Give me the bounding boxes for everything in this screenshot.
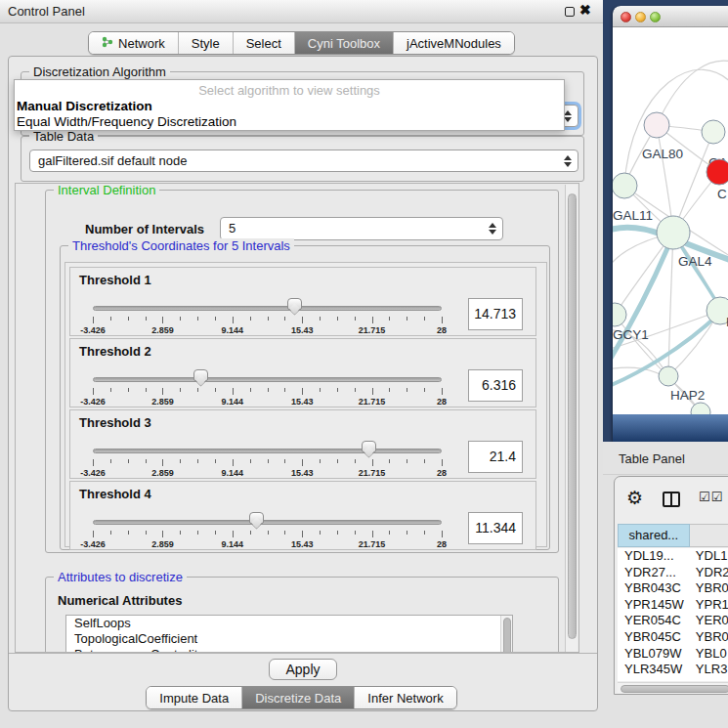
slider-track[interactable] (93, 520, 442, 525)
table-row[interactable]: YBR045CYBR0 (618, 629, 728, 646)
table-row[interactable]: YPR145WYPR1 (618, 597, 728, 614)
tick-mark (372, 317, 373, 323)
panel-title: Control Panel (8, 4, 85, 19)
discretization-algorithm-title: Discretization Algorithm (29, 64, 170, 79)
slider-track[interactable] (93, 306, 442, 311)
tab-cyni-toolbox[interactable]: Cyni Toolbox (295, 32, 394, 54)
network-view-window: GAL80GACGAL11GAL4GCY1HHAP2 (613, 6, 728, 442)
tick-mark (162, 317, 163, 323)
table-row[interactable]: YER054CYER0 (618, 613, 728, 629)
split-columns-icon[interactable] (663, 492, 680, 507)
tick-mark (302, 388, 303, 395)
algorithm-option-manual[interactable]: Manual Discretization (17, 99, 152, 113)
tick-label: -3.426 (80, 539, 106, 549)
algorithm-option-equal-width[interactable]: Equal Width/Frequency Discretization (17, 114, 236, 129)
tick-label: 28 (437, 325, 447, 335)
slider-thumb[interactable] (249, 512, 264, 524)
settings-vertical-scrollbar[interactable] (565, 185, 578, 653)
table-data-combobox[interactable]: galFiltered.sif default node (29, 150, 578, 172)
threshold-value-field[interactable]: 14.713 (468, 298, 523, 330)
top-tabbar: NetworkStyleSelectCyni ToolboxjActiveMNo… (0, 31, 603, 55)
table-rows: YDL19...YDL1YDR27...YDR2YBR043CYBR0YPR14… (618, 548, 728, 681)
tick-mark (128, 459, 129, 463)
thresholds-group: Threshold's Coordinates for 5 Intervals … (60, 245, 550, 550)
numerical-attributes-list[interactable]: SelfLoopsTopologicalCoefficientBetweenne… (65, 615, 513, 653)
slider-thumb[interactable] (193, 369, 208, 381)
tick-mark (320, 388, 321, 392)
table-row[interactable]: YBL079WYBL0 (618, 646, 728, 663)
tick-mark (355, 531, 356, 535)
network-node-gal11[interactable] (613, 173, 637, 198)
slider-thumb[interactable] (287, 298, 302, 310)
network-node-ga[interactable] (702, 120, 725, 144)
network-node-gcy1[interactable] (613, 303, 626, 326)
bottom-tab-group: Impute DataDiscretize DataInfer Network (146, 686, 456, 709)
table-row[interactable]: YLR345WYLR3 (618, 662, 728, 678)
network-window-footer (613, 414, 728, 442)
number-of-intervals-value: 5 (229, 221, 236, 236)
table-horizontal-scrollbar[interactable] (618, 682, 728, 693)
top-tab-group: NetworkStyleSelectCyni ToolboxjActiveMNo… (88, 31, 515, 55)
float-window-icon[interactable] (565, 7, 575, 17)
list-scrollbar[interactable] (500, 616, 512, 653)
table-cell: YDL1 (690, 548, 728, 565)
tick-mark (407, 531, 407, 535)
column-header-shared[interactable]: shared... (618, 524, 690, 547)
tick-mark (93, 317, 94, 323)
table-cell: YBR045C (618, 629, 690, 646)
number-of-intervals-combobox[interactable]: 5 (220, 217, 503, 240)
tick-label: 15.43 (291, 539, 314, 549)
tab-network[interactable]: Network (89, 32, 179, 54)
tab-label: Cyni Toolbox (308, 33, 380, 54)
checked-box-icons[interactable]: ☑☑ (699, 490, 723, 504)
tab-select[interactable]: Select (234, 32, 295, 54)
control-panel: Control Panel ✖ NetworkStyleSelectCyni T… (0, 0, 603, 728)
tick-label: 15.43 (291, 468, 314, 478)
slider-thumb[interactable] (362, 441, 376, 452)
minimize-light-icon[interactable] (635, 12, 646, 22)
tab-infer-network[interactable]: Infer Network (355, 687, 455, 708)
tick-mark (128, 531, 129, 535)
tab-impute-data[interactable]: Impute Data (147, 687, 242, 708)
thresholds-group-title: Threshold's Coordinates for 5 Intervals (68, 238, 294, 253)
list-item[interactable]: TopologicalCoefficient (66, 631, 512, 647)
node-label: GAL11 (613, 208, 653, 223)
tick-mark (250, 459, 251, 463)
network-node-hap2[interactable] (659, 366, 678, 386)
tab-jactivemnodules[interactable]: jActiveMNodules (394, 32, 514, 54)
threshold-value-field[interactable]: 11.344 (468, 512, 523, 544)
column-header-name[interactable]: n (690, 524, 728, 547)
tick-mark (110, 317, 111, 321)
network-node-c[interactable] (707, 159, 728, 185)
tick-mark (302, 531, 303, 537)
tab-label: Infer Network (367, 688, 443, 708)
tab-discretize-data[interactable]: Discretize Data (242, 687, 355, 708)
zoom-light-icon[interactable] (650, 12, 661, 22)
table-data-title: Table Data (29, 129, 98, 144)
slider-track[interactable] (93, 377, 442, 382)
table-row[interactable]: YDL19...YDL1 (618, 548, 728, 565)
tick-mark (320, 317, 321, 321)
slider-track[interactable] (93, 449, 442, 453)
tick-mark (407, 317, 407, 321)
list-item[interactable]: SelfLoops (66, 616, 512, 631)
close-icon[interactable]: ✖ (579, 2, 591, 18)
close-light-icon[interactable] (621, 12, 631, 22)
threshold-value-field[interactable]: 6.316 (468, 369, 523, 402)
table-row[interactable]: YBR043CYBR0 (618, 580, 728, 597)
apply-button[interactable]: Apply (269, 659, 337, 680)
network-node-gal4[interactable] (657, 216, 690, 249)
tab-style[interactable]: Style (179, 32, 234, 54)
network-node-gal80[interactable] (644, 112, 669, 138)
table-row[interactable]: YIL052CYIL0 (618, 678, 728, 681)
tab-label: jActiveMNodules (407, 33, 501, 54)
tick-mark (337, 459, 338, 463)
tick-mark (424, 317, 425, 321)
settings-gear-icon[interactable]: ⚙ (626, 487, 643, 508)
tick-mark (180, 459, 181, 463)
table-row[interactable]: YDR27...YDR2 (618, 565, 728, 581)
network-canvas[interactable]: GAL80GACGAL11GAL4GCY1HHAP2 (613, 27, 728, 414)
threshold-value-field[interactable]: 21.4 (468, 441, 523, 473)
tick-mark (110, 531, 111, 535)
tick-mark (268, 531, 269, 535)
